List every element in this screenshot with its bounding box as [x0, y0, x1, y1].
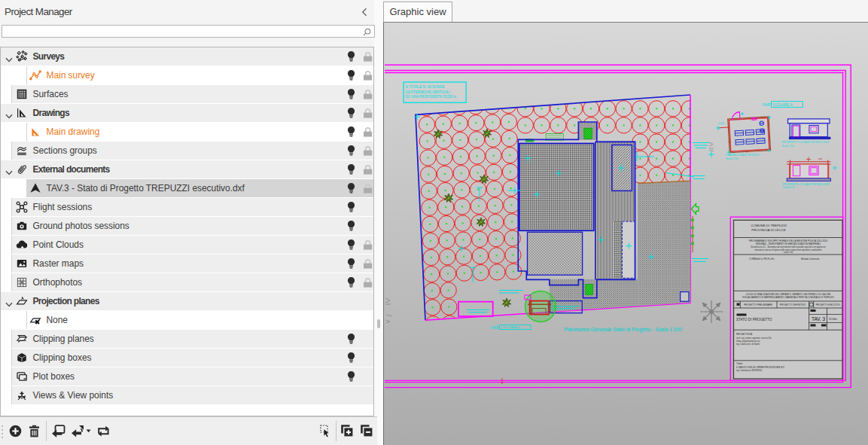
- svg-text:PIANTA LOCALE TECNICO: PIANTA LOCALE TECNICO: [726, 154, 760, 157]
- svg-text:AMB: AMB: [491, 326, 498, 330]
- svg-text:SU UNA PROFONDITA' DI150 m: SU UNA PROFONDITA' DI150 m: [406, 95, 457, 99]
- svg-text:PART: PART: [763, 102, 772, 107]
- svg-text:PROSPETTO LOCALE TECNICO SUD: PROSPETTO LOCALE TECNICO SUD: [781, 141, 829, 144]
- svg-text:Planimetria Generale Stato di: Planimetria Generale Stato di Progetto -…: [564, 327, 682, 333]
- svg-text:RISCALDAMENTO E RAFFRESCAMENTO: RISCALDAMENTO E RAFFRESCAMENTO MANIERA D…: [742, 296, 834, 299]
- svg-text:PROGETTO DEFINITIVO: PROGETTO DEFINITIVO: [780, 303, 806, 306]
- svg-text:Scala 1:50: Scala 1:50: [781, 145, 793, 148]
- svg-text:COMMobili la TRI.Pu.GLi: COMMobili la TRI.Pu.GLi: [749, 258, 775, 261]
- svg-text:Scala 1:50: Scala 1:50: [783, 186, 795, 189]
- svg-text:Metodo Comunale: Metodo Comunale: [801, 258, 820, 261]
- svg-text:GEOTERMICHE VERTICALI: GEOTERMICHE VERTICALI: [406, 90, 450, 94]
- svg-text:ing. studio arch. di Saletti: ing. studio arch. di Saletti: [736, 343, 760, 346]
- svg-text:PROVINCIA DI LECCE: PROVINCIA DI LECCE: [751, 228, 785, 232]
- svg-text:+0,00: +0,00: [717, 122, 724, 125]
- svg-text:PROGETTO ESECUTIVO: PROGETTO ESECUTIVO: [816, 303, 841, 306]
- svg-text:ing. Commessa SSSSSSS+: ing. Commessa SSSSSSS+: [736, 369, 763, 372]
- svg-text:COLONNA 1: COLONNA 1: [501, 325, 520, 329]
- svg-text:ICOLARE A: ICOLARE A: [773, 102, 793, 107]
- svg-text:scala 1:50: scala 1:50: [784, 251, 793, 254]
- svg-text:PROGETTO PRELIMINARE: PROGETTO PRELIMINARE: [744, 303, 772, 306]
- svg-text:PROSPETTO LOCALE TECNICO EST: PROSPETTO LOCALE TECNICO EST: [783, 183, 830, 186]
- svg-text:IL MEDICO DELLE OPERE PROVVISO: IL MEDICO DELLE OPERE PROVVISORIE NO: [736, 366, 784, 369]
- svg-text:STATO DI PROGETTO: STATO DI PROGETTO: [736, 318, 772, 322]
- svg-text:COMUNE DI TREPUZZI: COMUNE DI TREPUZZI: [751, 224, 787, 227]
- svg-text:PROGETTISTA:: PROGETTISTA:: [736, 333, 753, 336]
- svg-text:Timbri:: Timbri:: [736, 362, 743, 365]
- svg-text:Scala 1:50: Scala 1:50: [726, 157, 738, 160]
- svg-text:TAV. 3: TAV. 3: [812, 316, 825, 322]
- svg-text:SCtHm: SCtHm: [829, 318, 837, 321]
- svg-text:N.TOTALE N. 65 SONDE: N.TOTALE N. 65 SONDE: [406, 85, 445, 89]
